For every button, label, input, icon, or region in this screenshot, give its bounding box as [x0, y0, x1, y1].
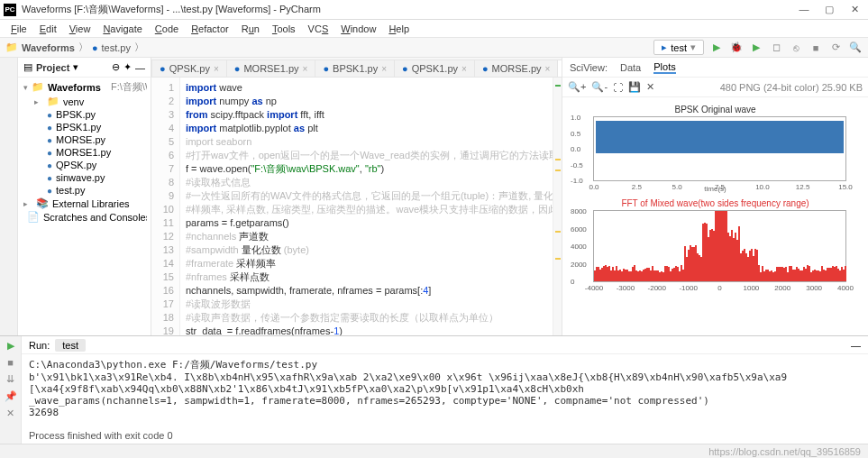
- menu-vcs[interactable]: VCS: [303, 22, 334, 36]
- python-file-icon: ●: [47, 110, 52, 120]
- line-gutter: 12345678910111213141516171819202122: [151, 78, 180, 335]
- maximize-button[interactable]: ▢: [823, 4, 836, 15]
- stop-button[interactable]: ■: [7, 357, 14, 368]
- coverage-button[interactable]: ▶: [749, 41, 763, 55]
- close-plot-icon[interactable]: ✕: [646, 81, 654, 93]
- window-title: Waveforms [F:\音频\Waveforms] - ...\test.p…: [22, 3, 798, 16]
- menu-navigate[interactable]: Navigate: [97, 22, 147, 36]
- close-icon[interactable]: ×: [545, 64, 551, 74]
- debug-button[interactable]: 🐞: [729, 41, 744, 55]
- menu-file[interactable]: File: [5, 22, 32, 36]
- run-config-name: test: [671, 42, 687, 53]
- close-icon[interactable]: ×: [303, 64, 308, 74]
- plot-title: FFT of Mixed wave(two sides frequency ra…: [568, 198, 863, 208]
- code-content[interactable]: import waveimport numpy as npfrom scipy.…: [180, 78, 553, 335]
- tab-label: QPSK.py: [169, 63, 210, 74]
- python-file-icon: ●: [234, 63, 241, 74]
- hide-icon[interactable]: —: [851, 340, 861, 351]
- run-button[interactable]: ▶: [709, 41, 724, 55]
- sciview-panel: SciView: Data Plots 🔍+ 🔍- ⛶ 💾 ✕ 480 PNG …: [562, 58, 868, 335]
- folder-icon: 📁: [5, 41, 18, 53]
- rerun-button[interactable]: ▶: [7, 340, 14, 352]
- run-tab[interactable]: test: [55, 339, 86, 352]
- attach-button[interactable]: ⎋: [789, 41, 803, 55]
- menu-run[interactable]: Run: [236, 22, 265, 36]
- python-file-icon: ●: [160, 63, 166, 74]
- hide-icon[interactable]: —: [135, 62, 145, 73]
- collapse-icon[interactable]: ⊖: [112, 61, 120, 73]
- python-file-icon: ●: [47, 148, 52, 158]
- console-output[interactable]: C:\Anaconda3\python.exe F:/音频/Waveforms/…: [22, 354, 868, 444]
- tree-file[interactable]: MORSE.py: [56, 134, 105, 145]
- menu-edit[interactable]: Edit: [34, 22, 62, 36]
- image-info: 480 PNG (24-bit color) 25.90 KB: [720, 82, 863, 93]
- plot-title: BPSK Original wave: [568, 105, 863, 114]
- error-stripe[interactable]: [553, 78, 562, 335]
- plot-fft: FFT of Mixed wave(two sides frequency ra…: [568, 198, 863, 282]
- sciview-tab-plots[interactable]: Plots: [653, 61, 675, 74]
- tab-bpsk1[interactable]: ●BPSK1.py×: [315, 60, 395, 77]
- menu-window[interactable]: Window: [335, 22, 381, 36]
- tab-qpsk[interactable]: ●QPSK.py×: [151, 60, 227, 77]
- tree-file[interactable]: BPSK.py: [56, 109, 96, 120]
- fit-icon[interactable]: ⛶: [613, 82, 623, 93]
- tab-morse1[interactable]: ●MORSE1.py×: [226, 60, 316, 77]
- python-file-icon: ●: [47, 135, 52, 145]
- tree-root[interactable]: Waveforms: [48, 82, 101, 93]
- plot-area: BPSK Original wave 1.00.50.0-0.5-1.0 0.0…: [562, 97, 868, 335]
- sciview-tabs: SciView: Data Plots: [562, 58, 868, 78]
- update-button[interactable]: ⟳: [828, 41, 843, 55]
- close-icon[interactable]: ×: [381, 64, 387, 74]
- run-config-selector[interactable]: ▸ test ▾: [653, 40, 704, 55]
- export-icon[interactable]: 💾: [628, 81, 641, 93]
- crumb-file: test.py: [102, 42, 131, 53]
- tree-file[interactable]: BPSK1.py: [56, 122, 101, 133]
- close-button[interactable]: ✕: [6, 408, 14, 419]
- left-gutter: [0, 58, 18, 335]
- python-file-icon: ●: [92, 42, 98, 53]
- close-button[interactable]: ✕: [848, 4, 861, 15]
- menu-help[interactable]: Help: [383, 22, 415, 36]
- tab-label: BPSK1.py: [333, 63, 378, 74]
- menu-code[interactable]: Code: [150, 22, 184, 36]
- plot-toolbar: 🔍+ 🔍- ⛶ 💾 ✕ 480 PNG (24-bit color) 25.90…: [562, 78, 868, 97]
- zoom-in-icon[interactable]: 🔍+: [568, 81, 586, 93]
- close-icon[interactable]: ×: [461, 64, 467, 74]
- tree-scratches[interactable]: Scratches and Consoles: [43, 212, 147, 223]
- pin-button[interactable]: 📌: [5, 390, 17, 402]
- app-icon: PC: [4, 4, 16, 16]
- search-button[interactable]: 🔍: [848, 41, 863, 55]
- stop-button[interactable]: ■: [809, 41, 823, 55]
- menu-view[interactable]: View: [64, 22, 96, 36]
- tab-morse[interactable]: ●MORSE.py×: [474, 60, 559, 77]
- menubar: File Edit View Navigate Code Refactor Ru…: [0, 20, 868, 38]
- titlebar: PC Waveforms [F:\音频\Waveforms] - ...\tes…: [0, 0, 868, 20]
- project-tool-window: ▤ Project ▾ ⊖ ✦ — ▾📁Waveforms F:\音频\Wave…: [18, 58, 151, 335]
- zoom-out-icon[interactable]: 🔍-: [591, 81, 608, 93]
- menu-refactor[interactable]: Refactor: [186, 22, 234, 36]
- menu-tools[interactable]: Tools: [267, 22, 301, 36]
- python-file-icon: ●: [323, 63, 329, 74]
- breadcrumb[interactable]: 📁 Waveforms 〉 ● test.py 〉: [5, 41, 144, 54]
- tree-venv[interactable]: venv: [63, 96, 84, 107]
- tree-file[interactable]: QPSK.py: [56, 160, 96, 170]
- python-file-icon: ●: [47, 123, 52, 133]
- sciview-tab-data[interactable]: Data: [620, 62, 641, 73]
- tree-file[interactable]: test.py: [56, 185, 85, 196]
- tree-external[interactable]: External Libraries: [52, 198, 130, 209]
- project-view-icon: ▤: [23, 61, 32, 73]
- layout-button[interactable]: ⇊: [6, 373, 14, 385]
- tree-file[interactable]: MORSE1.py: [56, 147, 111, 158]
- project-tree[interactable]: ▾📁Waveforms F:\音频\Wavef ▸📁venv ●BPSK.py …: [18, 78, 151, 225]
- close-icon[interactable]: ×: [214, 64, 219, 74]
- minimize-button[interactable]: —: [798, 4, 810, 15]
- tree-file[interactable]: sinwave.py: [56, 172, 105, 183]
- code-editor[interactable]: 12345678910111213141516171819202122 impo…: [151, 78, 562, 335]
- profile-button[interactable]: ◻: [769, 41, 783, 55]
- settings-icon[interactable]: ✦: [123, 61, 132, 73]
- tree-root-path: F:\音频\Wavef: [111, 80, 147, 94]
- library-icon: 📚: [36, 197, 49, 209]
- status-bar: https://blog.csdn.net/qq_39516859: [0, 444, 868, 458]
- plot-axes: 1.00.50.0-0.5-1.0 0.02.55.07.510.012.515…: [593, 116, 846, 181]
- tab-qpsk1[interactable]: ●QPSK1.py×: [394, 60, 475, 77]
